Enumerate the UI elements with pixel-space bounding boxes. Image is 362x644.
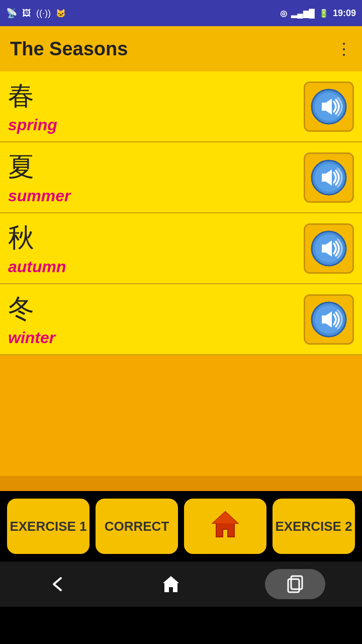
recent-apps-button[interactable] [265,569,325,599]
target-icon: ◎ [280,9,287,18]
audio-button-winter[interactable] [304,294,354,345]
exercise1-button[interactable]: EXERCISE 1 [7,499,89,554]
vocab-item-spring: 春 spring [0,71,362,142]
correct-button[interactable]: CORRECT [96,499,178,554]
vocab-text-spring: 春 spring [8,78,57,134]
navigation-bar [0,561,362,607]
vocab-item-autumn: 秋 autumn [0,213,362,284]
vocab-text-autumn: 秋 autumn [8,220,66,276]
empty-content-area [0,355,362,476]
main-content: 春 spring 夏 summer [0,71,362,476]
system-home-button[interactable] [151,569,191,599]
home-button[interactable] [184,499,266,554]
chinese-spring: 春 [8,78,57,114]
battery-icon: 🔋 [319,9,329,18]
english-spring: spring [8,116,57,134]
status-time: 19:09 [333,8,356,19]
english-autumn: autumn [8,258,66,276]
audio-button-spring[interactable] [304,82,354,132]
broadcast-icon: ((·)) [36,8,51,19]
status-bar: 📡 🖼 ((·)) 🐱 ◎ ▂▄▆█ 🔋 19:09 [0,0,362,26]
vocab-item-winter: 冬 winter [0,284,362,355]
audio-button-autumn[interactable] [304,223,354,274]
home-icon [210,509,240,543]
english-summer: summer [8,187,71,205]
english-winter: winter [8,329,55,347]
svg-rect-15 [288,579,299,592]
vocab-text-summer: 夏 summer [8,149,71,205]
app-title: The Seasons [10,38,128,60]
signal-icon: ▂▄▆█ [291,9,315,18]
vocab-text-winter: 冬 winter [8,291,55,347]
image-icon: 🖼 [22,8,31,19]
more-options-icon[interactable]: ⋮ [336,39,352,58]
wifi-router-icon: 📡 [6,8,17,19]
chinese-summer: 夏 [8,149,71,185]
vocab-item-summer: 夏 summer [0,142,362,213]
separator [0,476,362,491]
exercise2-button[interactable]: EXERCISE 2 [273,499,355,554]
header: The Seasons ⋮ [0,26,362,71]
back-button[interactable] [37,569,77,599]
audio-button-summer[interactable] [304,152,354,203]
cat-icon: 🐱 [56,9,66,18]
bottom-action-bar: EXERCISE 1 CORRECT EXERCISE 2 [0,491,362,561]
chinese-autumn: 秋 [8,220,66,256]
svg-marker-13 [213,512,238,523]
svg-marker-14 [163,576,179,592]
svg-rect-16 [291,576,302,589]
chinese-winter: 冬 [8,291,55,327]
